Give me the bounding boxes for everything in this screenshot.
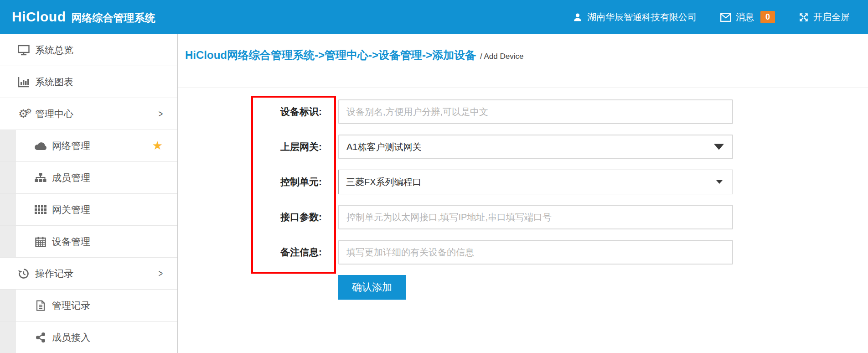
sidebar-item-operation-records[interactable]: 操作记录 > bbox=[0, 258, 177, 290]
chevron-down-icon bbox=[716, 180, 723, 184]
share-icon bbox=[33, 332, 48, 343]
upper-gateway-value: A1栋客户测试网关 bbox=[346, 141, 421, 153]
upper-gateway-select[interactable]: A1栋客户测试网关 bbox=[338, 135, 733, 159]
top-bar: HiCloud 网络综合管理系统 湖南华辰智通科技有限公司 消息 0 开启全屏 bbox=[0, 0, 868, 34]
form-row-interface-params: 接口参数: bbox=[178, 205, 868, 229]
sidebar: 系统总览 系统图表 ⚙⚙ 管理中心 > 网络管理 ★ 成员 bbox=[0, 34, 178, 353]
history-icon bbox=[16, 268, 31, 279]
sidebar-item-system-overview[interactable]: 系统总览 bbox=[0, 34, 177, 66]
sidebar-item-label: 系统总览 bbox=[35, 44, 73, 57]
sidebar-item-management-center[interactable]: ⚙⚙ 管理中心 > bbox=[0, 98, 177, 130]
breadcrumb-suffix: / Add Device bbox=[480, 52, 523, 61]
chevron-right-icon: > bbox=[159, 108, 163, 120]
add-device-form: 设备标识: 上层网关: A1栋客户测试网关 控制单元: 三菱FX系列编程口 接口… bbox=[178, 88, 868, 300]
sidebar-item-label: 设备管理 bbox=[52, 235, 90, 248]
cloud-icon bbox=[33, 141, 48, 151]
brand-subtitle: 网络综合管理系统 bbox=[71, 11, 155, 25]
messages-label: 消息 bbox=[736, 11, 754, 23]
control-unit-label: 控制单元: bbox=[178, 176, 338, 188]
breadcrumb: HiCloud网络综合管理系统->管理中心->设备管理->添加设备 / Add … bbox=[178, 34, 868, 88]
sidebar-item-label: 网络管理 bbox=[52, 140, 90, 152]
brand-name: HiCloud bbox=[12, 9, 66, 25]
desktop-icon bbox=[16, 45, 31, 56]
sidebar-item-member-access[interactable]: 成员接入 bbox=[0, 322, 177, 353]
sitemap-icon bbox=[33, 172, 48, 183]
expand-icon bbox=[799, 12, 809, 22]
remarks-label: 备注信息: bbox=[178, 246, 338, 259]
remarks-input[interactable] bbox=[338, 240, 733, 265]
form-row-device-id: 设备标识: bbox=[178, 99, 868, 124]
chevron-right-icon: > bbox=[159, 268, 163, 280]
sidebar-item-device-management[interactable]: 设备管理 bbox=[0, 226, 177, 258]
sidebar-item-member-management[interactable]: 成员管理 bbox=[0, 162, 177, 194]
control-unit-select[interactable]: 三菱FX系列编程口 bbox=[338, 170, 733, 194]
main-content: HiCloud网络综合管理系统->管理中心->设备管理->添加设备 / Add … bbox=[178, 34, 868, 353]
form-row-remarks: 备注信息: bbox=[178, 240, 868, 265]
gears-icon: ⚙⚙ bbox=[16, 108, 31, 119]
device-id-label: 设备标识: bbox=[178, 105, 338, 118]
sidebar-item-management-records[interactable]: 管理记录 bbox=[0, 290, 177, 322]
interface-params-input[interactable] bbox=[338, 205, 733, 229]
envelope-icon bbox=[720, 13, 731, 22]
sidebar-item-label: 操作记录 bbox=[35, 267, 73, 280]
sidebar-item-label: 成员管理 bbox=[52, 171, 90, 184]
interface-params-label: 接口参数: bbox=[178, 211, 338, 223]
fullscreen-label: 开启全屏 bbox=[813, 11, 850, 23]
grid-icon bbox=[33, 205, 48, 214]
control-unit-value: 三菱FX系列编程口 bbox=[346, 176, 422, 188]
bar-chart-icon bbox=[16, 77, 31, 88]
company-account[interactable]: 湖南华辰智通科技有限公司 bbox=[573, 11, 697, 23]
sidebar-item-label: 管理记录 bbox=[52, 299, 90, 312]
sidebar-item-label: 网关管理 bbox=[52, 203, 90, 216]
star-icon[interactable]: ★ bbox=[152, 139, 163, 153]
messages-count-badge: 0 bbox=[760, 11, 775, 23]
sidebar-item-label: 成员接入 bbox=[52, 331, 90, 344]
form-row-upper-gateway: 上层网关: A1栋客户测试网关 bbox=[178, 135, 868, 159]
confirm-add-button[interactable]: 确认添加 bbox=[338, 275, 406, 300]
user-icon bbox=[573, 12, 583, 22]
sidebar-item-label: 管理中心 bbox=[35, 108, 73, 120]
sidebar-item-system-charts[interactable]: 系统图表 bbox=[0, 66, 177, 98]
sidebar-item-label: 系统图表 bbox=[35, 76, 73, 88]
breadcrumb-path: HiCloud网络综合管理系统->管理中心->设备管理->添加设备 bbox=[185, 48, 476, 62]
company-name: 湖南华辰智通科技有限公司 bbox=[587, 11, 697, 23]
messages-button[interactable]: 消息 0 bbox=[720, 11, 775, 23]
sidebar-item-network-management[interactable]: 网络管理 ★ bbox=[0, 130, 177, 162]
form-row-control-unit: 控制单元: 三菱FX系列编程口 bbox=[178, 170, 868, 194]
device-id-input[interactable] bbox=[338, 99, 733, 124]
calendar-icon bbox=[33, 236, 48, 247]
file-icon bbox=[33, 300, 48, 311]
fullscreen-button[interactable]: 开启全屏 bbox=[799, 11, 850, 23]
app-brand: HiCloud 网络综合管理系统 bbox=[12, 9, 155, 25]
chevron-down-icon bbox=[714, 144, 724, 150]
sidebar-item-gateway-management[interactable]: 网关管理 bbox=[0, 194, 177, 226]
upper-gateway-label: 上层网关: bbox=[178, 140, 338, 153]
